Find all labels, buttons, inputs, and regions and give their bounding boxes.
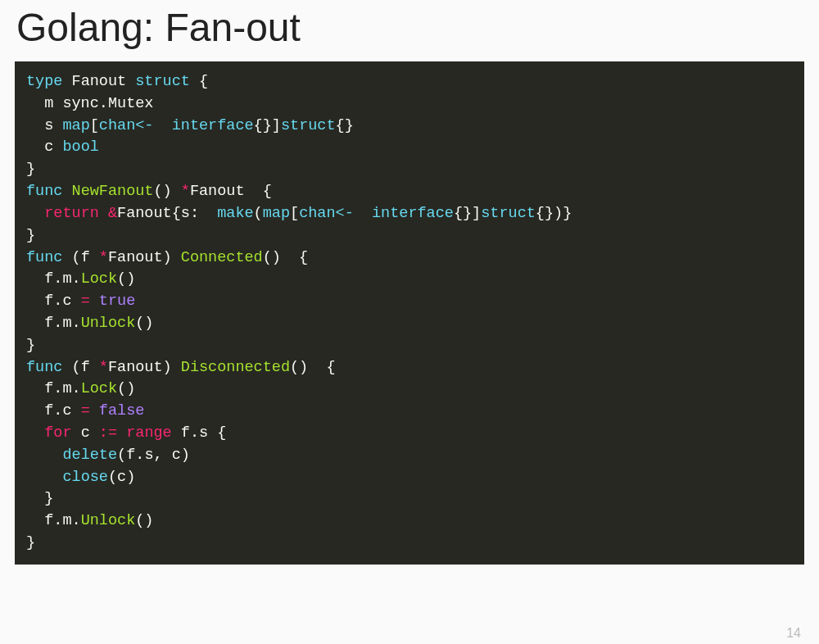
ident: f [26,315,53,332]
op-star: * [99,249,108,266]
method-call: Lock [81,380,117,397]
dot: . [53,315,62,332]
keyword-return: return [44,205,99,222]
keyword-struct: struct [135,73,190,90]
field: s [26,117,62,134]
ident: f [26,402,53,420]
dot: . [99,95,108,112]
recv: (f [62,359,98,376]
method-call: Unlock [81,315,136,332]
ident: m [62,512,71,529]
code-line: func (f *Fanout) Disconnected() { [26,357,793,379]
brace: } [26,161,35,178]
type-ref: Mutex [108,95,154,112]
type-name: Fanout [62,73,135,90]
braces: {})} [536,205,572,222]
code-line: close(c) [26,467,793,489]
keyword-func: func [26,183,62,200]
keyword-bool: bool [62,138,98,156]
keyword-map: map [62,117,89,134]
code-line: type Fanout struct { [26,71,793,93]
code-line: for c := range f.s { [26,423,793,445]
code-line: m sync.Mutex [26,93,793,116]
ident: f [26,270,53,288]
keyword-struct: struct [281,117,336,134]
bracket: [ [90,117,99,134]
code-line: f.c = true [26,291,793,313]
indent [26,205,44,222]
bracket: [ [290,205,299,222]
func-name: NewFanout [72,183,154,200]
ident: s, c) [144,447,190,464]
builtin-delete: delete [62,447,117,464]
op-amp: & [108,205,117,222]
struct-lit: Fanout{s: [117,205,217,222]
code-line: } [26,488,793,510]
brace: } [26,227,35,244]
method-call: Lock [81,270,117,288]
indent [26,469,62,486]
dot: . [135,447,144,464]
space [90,402,99,420]
parens: () [117,270,135,288]
keyword-chan: chan<- [99,117,154,134]
keyword-type: type [26,73,62,90]
bracket: {}] [254,117,281,134]
op-assign: = [81,402,90,420]
ident: s { [199,424,226,442]
code-line: } [26,225,793,247]
ident: c [62,293,80,310]
code-line: f.m.Lock() [26,379,793,401]
dot: . [72,512,81,529]
ident: m [62,270,71,288]
code-line: func NewFanout() *Fanout { [26,181,793,203]
braces: {} [336,117,354,134]
parens: () [135,512,153,529]
bracket: {}] [454,205,481,222]
dot: . [72,270,81,288]
keyword-func: func [26,249,62,266]
page-number: 14 [786,626,801,641]
func-name: Disconnected [181,359,290,376]
space [90,293,99,310]
parens: () [153,183,180,200]
code-line: } [26,335,793,357]
indent [26,424,44,442]
parens: () { [290,359,336,376]
brace: } [26,337,35,354]
recv: (f [62,249,98,266]
keyword-chan: chan<- [299,205,354,222]
ident: f [26,293,53,310]
dot: . [53,270,62,288]
keyword-for: for [44,424,71,442]
keyword-struct: struct [481,205,536,222]
page-title: Golang: Fan-out [0,0,819,61]
space [62,183,71,200]
dot: . [53,293,62,310]
code-line: delete(f.s, c) [26,445,793,467]
ident: m [62,380,71,397]
keyword-interface: interface [372,205,454,222]
code-line: } [26,533,793,555]
paren: ( [254,205,263,222]
op-assign: = [81,293,90,310]
keyword-interface: interface [172,117,254,134]
op-define: := [99,424,117,442]
field: m sync [26,95,99,112]
code-line: f.m.Unlock() [26,313,793,335]
dot: . [72,315,81,332]
space [153,117,171,134]
code-block: type Fanout struct { m sync.Mutex s map[… [15,61,804,565]
ident: f [26,512,53,529]
type-ref: Fanout) [108,359,181,376]
dot: . [53,512,62,529]
builtin-make: make [217,205,253,222]
const-true: true [99,293,135,310]
code-line: c bool [26,137,793,159]
code-line: f.m.Lock() [26,269,793,291]
type-ref: Fanout { [190,183,272,200]
const-false: false [99,402,145,420]
code-line: return &Fanout{s: make(map[chan<- interf… [26,203,793,225]
op-star: * [99,359,108,376]
keyword-map: map [263,205,290,222]
